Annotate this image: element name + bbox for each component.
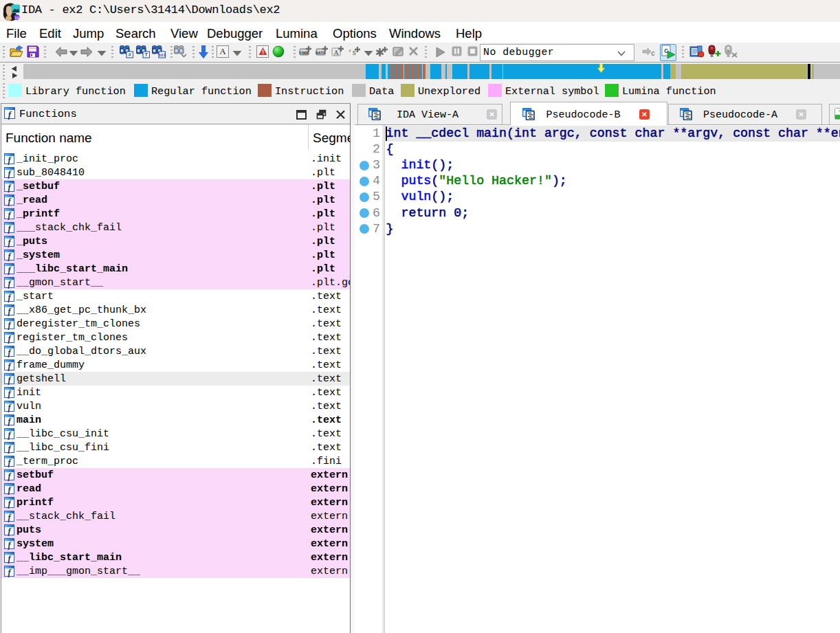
svg-text:#: # [129, 52, 132, 58]
svg-text:19: 19 [14, 16, 19, 20]
svg-text:✱: ✱ [375, 47, 384, 58]
svg-text:T: T [144, 52, 148, 58]
svg-text:c: c [651, 50, 655, 58]
svg-text:101: 101 [159, 53, 166, 57]
svg-text:'s: 's [837, 110, 840, 117]
